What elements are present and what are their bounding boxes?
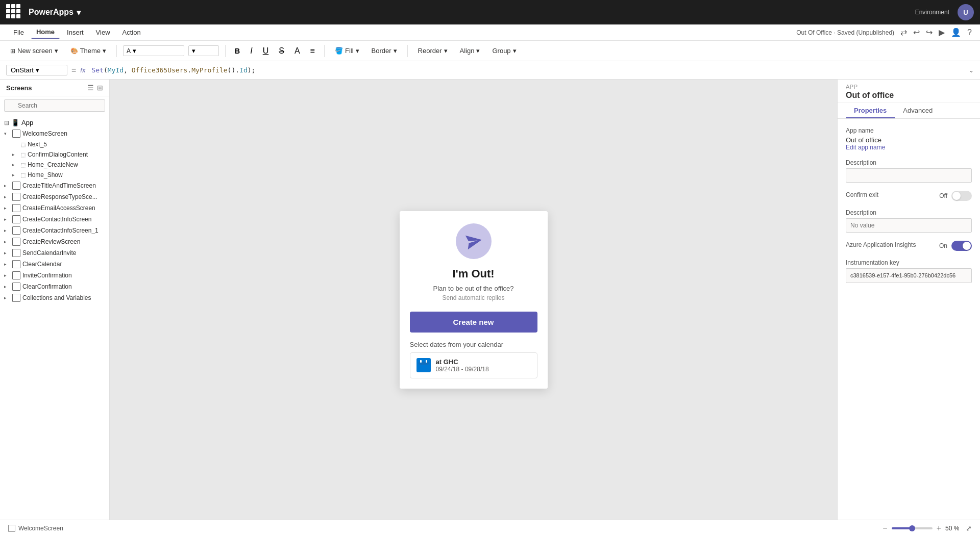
calendar-item[interactable]: at GHC 09/24/18 - 09/28/18	[410, 352, 537, 378]
font-family-dropdown[interactable]: A ▾	[123, 45, 184, 56]
help-icon[interactable]: ?	[967, 28, 972, 37]
fill-chevron: ▾	[356, 47, 359, 55]
undo-icon[interactable]: ↩	[913, 28, 920, 37]
sidebar-screen-clear-calendar[interactable]: ▸ ClearCalendar	[0, 259, 109, 270]
sidebar-screen-invite-confirm[interactable]: ▸ InviteConfirmation	[0, 270, 109, 281]
sidebar-item-app[interactable]: ⊟ 📱 App	[0, 117, 109, 128]
border-chevron: ▾	[394, 47, 397, 55]
phone-subtitle: Plan to be out of the office?	[433, 285, 513, 292]
sidebar-screen-send-calendar[interactable]: ▸ SendCalendarInvite	[0, 247, 109, 259]
formula-fx-button[interactable]: fx	[80, 66, 85, 74]
edit-appname-link[interactable]: Edit app name	[846, 144, 972, 151]
sidebar-screen-create-contact-1[interactable]: ▸ CreateContactInfoScreen_1	[0, 225, 109, 236]
sidebar: Screens ☰ ⊞ 🔍 ⊟ 📱 App ▾ Welcom	[0, 80, 110, 520]
sidebar-list-view-icon[interactable]: ☰	[87, 84, 94, 92]
toolbar-separator-1	[116, 45, 117, 57]
sidebar-screen-create-contact[interactable]: ▸ CreateContactInfoScreen	[0, 214, 109, 225]
screen-checkbox[interactable]	[8, 525, 15, 532]
zoom-out-button[interactable]: −	[883, 524, 887, 533]
sidebar-screen-welcome[interactable]: ▾ WelcomeScreen	[0, 128, 109, 139]
formula-bar: OnStart ▾ = fx Set(MyId, Office365Users.…	[0, 61, 980, 80]
screen-icon-12	[12, 294, 20, 302]
canvas-area: I'm Out! Plan to be out of the office? S…	[110, 80, 837, 520]
calendar-item-name: at GHC	[436, 358, 489, 366]
border-button[interactable]: Border ▾	[368, 45, 401, 57]
formula-property-chevron: ▾	[36, 66, 39, 74]
group-button[interactable]: Group ▾	[488, 45, 520, 57]
description-input[interactable]	[846, 168, 972, 183]
formula-expand-icon[interactable]: ⌄	[969, 67, 974, 74]
search-input[interactable]	[4, 99, 105, 112]
phone-subtext: Send automatic replies	[442, 294, 504, 301]
send-icon-circle	[456, 223, 492, 259]
app-title[interactable]: PowerApps ▾	[29, 8, 81, 17]
save-status: Out Of Office · Saved (Unpublished)	[796, 29, 894, 36]
underline-button[interactable]: U	[260, 44, 272, 58]
user-icon[interactable]: 👤	[951, 28, 961, 37]
screen-icon-9	[12, 260, 20, 268]
phone-content: I'm Out! Plan to be out of the office? S…	[400, 211, 548, 389]
zoom-in-button[interactable]: +	[937, 524, 941, 533]
user-avatar[interactable]: U	[958, 4, 974, 20]
description2-input[interactable]	[846, 218, 972, 233]
toolbar-separator-2	[225, 45, 226, 57]
new-screen-button[interactable]: ⊞ New screen ▾	[6, 45, 62, 57]
sidebar-screen-create-title[interactable]: ▸ CreateTitleAndTimeScreen	[0, 180, 109, 191]
sidebar-screen-clear-confirm[interactable]: ▸ ClearConfirmation	[0, 281, 109, 292]
new-screen-icon: ⊞	[10, 47, 15, 55]
sidebar-item-next5[interactable]: ⬚ Next_5	[0, 139, 109, 149]
sidebar-screen-collections[interactable]: ▸ Collections and Variables	[0, 292, 109, 303]
align-button[interactable]: Align ▾	[456, 45, 484, 57]
sidebar-item-confirm-dialog[interactable]: ▸ ⬚ ConfirmDialogContent	[0, 149, 109, 160]
italic-button[interactable]: I	[247, 44, 255, 58]
theme-button[interactable]: 🎨 Theme ▾	[66, 45, 110, 57]
sidebar-tree: ⊟ 📱 App ▾ WelcomeScreen ⬚ Next_5 ▸ ⬚ Con…	[0, 115, 109, 520]
search-wrapper: 🔍	[4, 99, 105, 112]
panel-field-description: Description	[846, 159, 972, 183]
create-new-button[interactable]: Create new	[410, 312, 537, 333]
align-text-button[interactable]: ≡	[307, 44, 318, 58]
sidebar-item-home-show[interactable]: ▸ ⬚ Home_Show	[0, 170, 109, 180]
reorder-button[interactable]: Reorder ▾	[414, 45, 452, 57]
azure-toggle[interactable]	[951, 241, 972, 251]
sidebar-item-home-create[interactable]: ▸ ⬚ Home_CreateNew	[0, 160, 109, 170]
panel-tabs: Properties Advanced	[838, 103, 980, 119]
redo-icon[interactable]: ↪	[926, 28, 933, 37]
menu-insert[interactable]: Insert	[62, 27, 89, 38]
azure-state: On	[939, 242, 947, 249]
screen-icon	[12, 130, 20, 138]
formula-input[interactable]: Set(MyId, Office365Users.MyProfile().Id)…	[91, 66, 965, 74]
fullscreen-button[interactable]: ⤢	[966, 524, 972, 532]
connect-icon[interactable]: ⇄	[900, 28, 907, 37]
screen-icon-11	[12, 283, 20, 291]
waffle-icon[interactable]	[6, 4, 22, 20]
menu-view[interactable]: View	[91, 27, 115, 38]
home-create-label: Home_CreateNew	[28, 161, 78, 168]
play-icon[interactable]: ▶	[939, 28, 945, 37]
instrumentation-value[interactable]: c3816539-e157-4fe1-95b0-276b0422dc56	[846, 268, 972, 283]
sidebar-screen-create-response[interactable]: ▸ CreateResponseTypeSce...	[0, 191, 109, 202]
confirm-exit-toggle[interactable]	[951, 191, 972, 201]
sidebar-header-icons: ☰ ⊞	[87, 84, 103, 92]
tab-advanced[interactable]: Advanced	[895, 103, 941, 118]
sidebar-grid-view-icon[interactable]: ⊞	[97, 84, 103, 92]
bold-button[interactable]: B	[232, 45, 243, 57]
formula-property-selector[interactable]: OnStart ▾	[6, 65, 67, 75]
zoom-slider[interactable]	[892, 527, 933, 529]
new-screen-label: New screen	[17, 47, 53, 55]
menu-action[interactable]: Action	[117, 27, 146, 38]
font-color-button[interactable]: A	[291, 44, 303, 58]
sidebar-screen-create-review[interactable]: ▸ CreateReviewScreen	[0, 236, 109, 247]
font-size-dropdown[interactable]: ▾	[188, 45, 219, 56]
menu-home[interactable]: Home	[31, 26, 60, 39]
zoom-controls: − + 50 % ⤢	[883, 524, 972, 533]
strikethrough-button[interactable]: S	[276, 44, 287, 58]
menu-file[interactable]: File	[8, 27, 29, 38]
confirm-exit-knob	[952, 192, 961, 200]
sidebar-screen-create-email[interactable]: ▸ CreateEmailAccessScreen	[0, 202, 109, 214]
fill-button[interactable]: 🪣 Fill ▾	[331, 45, 363, 57]
zoom-slider-thumb	[909, 525, 915, 531]
sidebar-header: Screens ☰ ⊞	[0, 80, 109, 96]
tab-properties[interactable]: Properties	[846, 103, 895, 118]
screens-title: Screens	[6, 84, 32, 92]
